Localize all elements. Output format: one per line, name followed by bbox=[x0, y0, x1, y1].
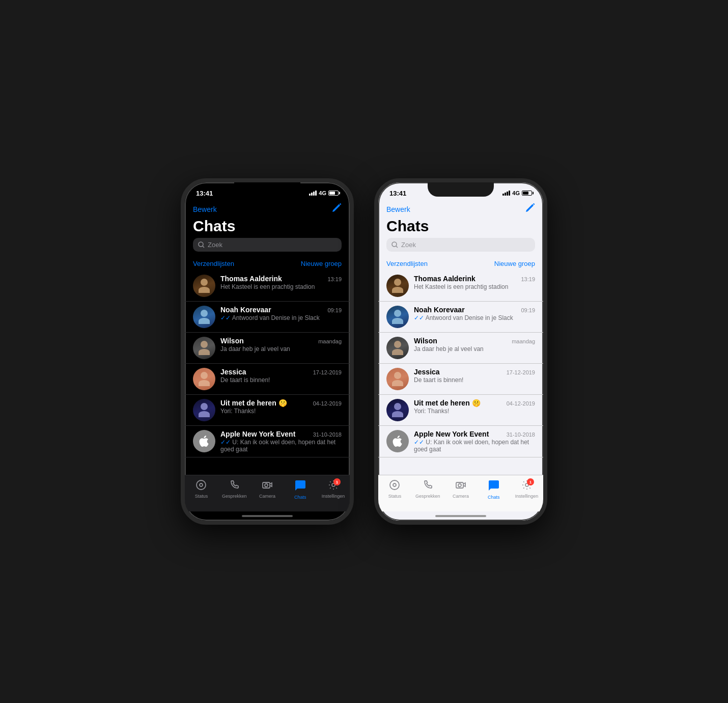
signal-bar-3 bbox=[313, 192, 315, 196]
chat-preview-2: Ja daar heb je al veel van bbox=[414, 345, 535, 353]
status-icons: 4G bbox=[309, 190, 339, 196]
chat-item-4[interactable]: Uit met de heren 🤫 04-12-2019 Yori: Than… bbox=[185, 395, 350, 426]
app-content: Bewerk Chats Zoe bbox=[378, 201, 543, 521]
tab-icon-chats bbox=[488, 479, 500, 494]
chat-time-1: 09:19 bbox=[327, 307, 342, 313]
chat-name-4: Uit met de heren 🤫 bbox=[220, 399, 310, 407]
status-icons: 4G bbox=[502, 190, 532, 196]
verzendlijsten-link[interactable]: Verzendlijsten bbox=[193, 260, 234, 267]
chat-info-0: Thomas Aalderink 13:19 Het Kasteel is ee… bbox=[414, 275, 535, 290]
tab-icon-status bbox=[195, 479, 207, 493]
chat-item-3[interactable]: Jessica 17-12-2019 De taart is binnen! bbox=[378, 364, 543, 395]
chat-item-1[interactable]: Noah Korevaar 09:19 ✓✓ Antwoord van Deni… bbox=[185, 302, 350, 333]
signal-bar-4 bbox=[509, 191, 510, 196]
list-links: Verzendlijsten Nieuwe groep bbox=[378, 258, 543, 271]
chat-preview-0: Het Kasteel is een prachtig stadion bbox=[414, 283, 535, 290]
chat-item-2[interactable]: Wilson maandag Ja daar heb je al veel va… bbox=[378, 333, 543, 364]
header: Bewerk Chats Zoe bbox=[185, 201, 350, 258]
tab-icon-gesprekken bbox=[422, 479, 433, 493]
svg-point-2 bbox=[197, 480, 206, 490]
chat-time-5: 31-10-2018 bbox=[313, 431, 342, 438]
tab-badge-instellingen: 1 bbox=[527, 478, 534, 485]
home-indicator bbox=[378, 511, 543, 521]
chat-item-3[interactable]: Jessica 17-12-2019 De taart is binnen! bbox=[185, 364, 350, 395]
tab-label-camera: Camera bbox=[453, 494, 469, 499]
search-icon bbox=[198, 241, 205, 248]
signal-bars bbox=[502, 191, 510, 196]
home-bar bbox=[435, 515, 486, 517]
chat-time-1: 09:19 bbox=[521, 307, 535, 313]
verzendlijsten-link[interactable]: Verzendlijsten bbox=[386, 260, 428, 267]
tab-label-status: Status bbox=[388, 494, 402, 499]
chat-item-1[interactable]: Noah Korevaar 09:19 ✓✓ Antwoord van Deni… bbox=[378, 302, 543, 333]
tab-label-gesprekken: Gesprekken bbox=[415, 494, 440, 499]
chat-info-2: Wilson maandag Ja daar heb je al veel va… bbox=[220, 337, 342, 353]
tab-badge-instellingen: 1 bbox=[333, 478, 341, 485]
chat-preview-4: Yori: Thanks! bbox=[220, 408, 342, 415]
chat-item-4[interactable]: Uit met de heren 🤫 04-12-2019 Yori: Than… bbox=[378, 395, 543, 426]
chat-item-5[interactable]: Apple New York Event 31-10-2018 ✓✓ U: Ka… bbox=[378, 426, 543, 457]
home-bar bbox=[242, 515, 293, 517]
chat-time-0: 13:19 bbox=[327, 276, 342, 282]
tab-item-gesprekken[interactable]: Gesprekken bbox=[411, 479, 444, 499]
chat-preview-3: De taart is binnen! bbox=[220, 376, 342, 384]
svg-point-12 bbox=[458, 484, 461, 487]
tab-label-camera: Camera bbox=[259, 494, 275, 499]
notch bbox=[234, 182, 300, 197]
signal-bar-4 bbox=[315, 191, 317, 196]
tab-item-camera[interactable]: Camera bbox=[251, 479, 284, 499]
chat-item-2[interactable]: Wilson maandag Ja daar heb je al veel va… bbox=[185, 333, 350, 364]
app-content: Bewerk Chats Zoe bbox=[185, 201, 350, 521]
tab-label-chats: Chats bbox=[488, 495, 500, 500]
tab-item-chats[interactable]: Chats bbox=[284, 479, 317, 500]
tab-icon-camera bbox=[455, 479, 466, 493]
tab-label-gesprekken: Gesprekken bbox=[222, 494, 247, 499]
chat-name-1: Noah Korevaar bbox=[414, 306, 518, 314]
chat-info-2: Wilson maandag Ja daar heb je al veel va… bbox=[414, 337, 535, 353]
chat-info-3: Jessica 17-12-2019 De taart is binnen! bbox=[220, 368, 342, 384]
search-bar[interactable]: Zoek bbox=[193, 238, 342, 252]
header: Bewerk Chats Zoe bbox=[378, 201, 543, 258]
tab-item-gesprekken[interactable]: Gesprekken bbox=[218, 479, 251, 499]
battery-fill bbox=[523, 192, 528, 195]
tab-item-status[interactable]: Status bbox=[378, 479, 411, 499]
tab-item-chats[interactable]: Chats bbox=[477, 479, 510, 500]
bewerk-button[interactable]: Bewerk bbox=[386, 205, 410, 213]
svg-line-8 bbox=[396, 246, 398, 248]
chat-item-0[interactable]: Thomas Aalderink 13:19 Het Kasteel is ee… bbox=[185, 271, 350, 302]
chat-name-3: Jessica bbox=[220, 368, 310, 376]
chat-item-0[interactable]: Thomas Aalderink 13:19 Het Kasteel is ee… bbox=[378, 271, 543, 302]
bewerk-button[interactable]: Bewerk bbox=[193, 205, 217, 213]
chat-name-3: Jessica bbox=[414, 368, 503, 376]
chat-info-1: Noah Korevaar 09:19 ✓✓ Antwoord van Deni… bbox=[220, 306, 342, 321]
nieuwe-groep-link[interactable]: Nieuwe groep bbox=[494, 260, 535, 267]
chat-time-5: 31-10-2018 bbox=[507, 431, 535, 438]
nieuwe-groep-link[interactable]: Nieuwe groep bbox=[301, 260, 342, 267]
chat-preview-5: ✓✓ U: Kan ik ook wel doen, hopen dat het… bbox=[414, 439, 535, 453]
signal-bar-2 bbox=[311, 193, 313, 196]
tab-item-camera[interactable]: Camera bbox=[444, 479, 478, 499]
search-bar[interactable]: Zoek bbox=[386, 238, 535, 252]
signal-bar-1 bbox=[309, 194, 311, 196]
chat-time-2: maandag bbox=[512, 338, 535, 344]
network-type: 4G bbox=[319, 190, 326, 196]
phone-light: 13:41 4G bbox=[374, 178, 547, 525]
tab-bar: Status Gesprekken Camera Chats 1 Instell… bbox=[185, 475, 350, 511]
header-nav: Bewerk bbox=[386, 203, 535, 215]
compose-icon[interactable] bbox=[331, 203, 342, 215]
chat-list: Thomas Aalderink 13:19 Het Kasteel is ee… bbox=[185, 271, 350, 475]
tab-item-status[interactable]: Status bbox=[185, 479, 218, 499]
svg-point-9 bbox=[390, 480, 399, 490]
chat-time-3: 17-12-2019 bbox=[507, 369, 535, 375]
battery-body bbox=[522, 191, 532, 196]
compose-icon[interactable] bbox=[525, 203, 535, 215]
chat-info-4: Uit met de heren 🤫 04-12-2019 Yori: Than… bbox=[414, 399, 535, 415]
list-links: Verzendlijsten Nieuwe groep bbox=[185, 258, 350, 271]
chat-item-5[interactable]: Apple New York Event 31-10-2018 ✓✓ U: Ka… bbox=[185, 426, 350, 457]
tab-icon-status bbox=[389, 479, 400, 493]
tab-item-instellingen[interactable]: 1 Instellingen bbox=[510, 479, 543, 499]
tab-item-instellingen[interactable]: 1 Instellingen bbox=[317, 479, 350, 499]
svg-point-3 bbox=[200, 483, 203, 486]
chat-info-4: Uit met de heren 🤫 04-12-2019 Yori: Than… bbox=[220, 399, 342, 415]
chat-info-1: Noah Korevaar 09:19 ✓✓ Antwoord van Deni… bbox=[414, 306, 535, 321]
